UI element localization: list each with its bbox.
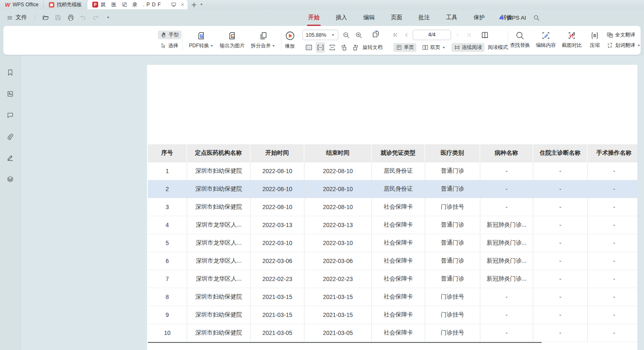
single-page-label: 单页: [404, 44, 414, 51]
hand-tool-button[interactable]: 手型: [158, 31, 181, 39]
table-row: 9深圳市妇幼保健院2021-03-152021-03-15社会保障卡门诊挂号--…: [148, 306, 637, 324]
table-cell: 定点医药机构名称: [187, 144, 251, 162]
table-cell: 2022-08-10: [304, 180, 372, 198]
last-page-button[interactable]: [464, 30, 473, 40]
table-cell: -: [480, 288, 533, 306]
tab-document-pdf[interactable]: P 就 医 记 录 .PDF: [87, 0, 188, 9]
edit-content-button[interactable]: 编辑内容: [532, 31, 560, 49]
play-button[interactable]: 播放: [276, 31, 304, 50]
table-cell: -: [533, 252, 588, 270]
table-cell: -: [588, 180, 637, 198]
table-row: 10深圳市妇幼保健院2021-03-052021-03-05社会保障卡门诊挂号-…: [148, 324, 637, 342]
table-cell: 就诊凭证类型: [372, 144, 425, 162]
fit-page-button[interactable]: [327, 42, 337, 53]
play-label: 播放: [285, 43, 295, 50]
print-button[interactable]: [65, 13, 76, 23]
table-cell: 开始时间: [251, 144, 304, 162]
export-image-button[interactable]: 输出为图片: [216, 31, 248, 49]
prev-page-button[interactable]: [402, 30, 411, 40]
table-cell: -: [533, 288, 588, 306]
find-replace-button[interactable]: 查找替换: [506, 31, 534, 49]
rotate-right-button[interactable]: [351, 42, 360, 53]
double-page-button[interactable]: 双页 ▼: [420, 43, 448, 52]
quick-access-chevron-icon[interactable]: ▼: [103, 13, 114, 23]
table-cell: 社会保障卡: [372, 198, 425, 216]
word-translate-button[interactable]: 文A 划词翻译 ▼: [606, 42, 641, 49]
attachment-icon[interactable]: [5, 130, 16, 142]
zoom-level-combo[interactable]: 105.88% ▼: [302, 30, 338, 40]
monitor-icon[interactable]: [171, 2, 177, 8]
save-button[interactable]: [53, 13, 63, 23]
table-cell: -: [588, 288, 637, 306]
menu-tab-protect[interactable]: 保护: [472, 13, 486, 22]
comment-icon[interactable]: [5, 109, 16, 121]
signature-icon[interactable]: [5, 152, 16, 164]
menu-tab-edit[interactable]: 编辑: [362, 13, 376, 22]
table-header-row: 序号定点医药机构名称开始时间结束时间就诊凭证类型医疗类别病种名称住院主诊断名称手…: [148, 144, 637, 162]
table-cell: 2022-03-10: [251, 234, 304, 252]
page-number-input[interactable]: 4/4: [413, 30, 451, 40]
close-tab-icon[interactable]: [180, 2, 185, 7]
read-mode-label[interactable]: 阅读模式: [488, 44, 508, 51]
divider: [35, 14, 35, 21]
actual-size-button[interactable]: 1:1: [304, 42, 313, 53]
menu-tab-annotate[interactable]: 批注: [417, 13, 431, 22]
wps-ai-icon: [498, 14, 505, 21]
table-cell: 深圳市妇幼保健院: [187, 198, 251, 216]
continuous-read-button[interactable]: 连续阅读: [451, 43, 484, 52]
document-workspace[interactable]: 序号定点医药机构名称开始时间结束时间就诊凭证类型医疗类别病种名称住院主诊断名称手…: [21, 56, 644, 350]
rotate-doc-label[interactable]: 旋转文档: [363, 44, 383, 51]
table-cell: 新冠肺炎门诊...: [480, 270, 533, 288]
table-cell: 6: [148, 252, 187, 270]
continuous-read-icon: [454, 44, 460, 51]
table-body: 1深圳市妇幼保健院2022-08-102022-08-10居民身份证普通门诊--…: [148, 162, 637, 342]
pdf-convert-button[interactable]: PDF转换▼: [185, 31, 217, 49]
find-replace-icon: [515, 31, 525, 40]
menu-tab-tools[interactable]: 工具: [445, 13, 459, 22]
tab-list-chevron-icon[interactable]: ▼: [200, 3, 203, 6]
edit-content-icon: [541, 31, 550, 40]
table-cell: 2022-08-10: [251, 198, 304, 216]
split-merge-icon: [259, 31, 268, 41]
open-file-button[interactable]: [40, 13, 51, 23]
next-page-button[interactable]: [453, 30, 462, 40]
table-cell: 深圳市妇幼保健院: [187, 162, 251, 180]
table-cell: 深圳市龙华区人...: [187, 234, 251, 252]
pdf-page[interactable]: 序号定点医药机构名称开始时间结束时间就诊凭证类型医疗类别病种名称住院主诊断名称手…: [147, 65, 637, 350]
compress-button[interactable]: 压缩: [583, 31, 606, 49]
menu-tab-insert[interactable]: 插入: [335, 13, 348, 22]
table-cell: 新冠肺炎门诊...: [480, 234, 533, 252]
zoom-out-button[interactable]: [342, 30, 351, 40]
rotate-pages-icon[interactable]: [371, 29, 380, 39]
redo-button[interactable]: [90, 13, 101, 23]
search-icon[interactable]: [533, 14, 540, 21]
file-menu-button[interactable]: 文件: [4, 12, 30, 23]
fit-width-button[interactable]: [316, 42, 325, 53]
thumbnail-icon[interactable]: [5, 88, 16, 100]
tab-docer-templates[interactable]: 找稻壳模板: [44, 0, 87, 9]
menu-tab-home[interactable]: 开始: [307, 13, 321, 22]
table-cell: -: [533, 162, 588, 180]
table-row: 2深圳市妇幼保健院2022-08-102022-08-10居民身份证普通门诊--…: [148, 180, 637, 198]
select-tool-button[interactable]: 选择: [158, 41, 181, 50]
screenshot-compare-button[interactable]: 截图对比: [558, 31, 586, 49]
new-tab-icon[interactable]: [191, 2, 197, 8]
first-page-button[interactable]: [391, 30, 400, 40]
table-cell: 2: [148, 180, 187, 198]
read-mode-icon[interactable]: [480, 30, 489, 40]
table-cell: 门诊挂号: [425, 306, 480, 324]
zoom-in-button[interactable]: [354, 30, 363, 40]
split-merge-button[interactable]: 拆分合并▼: [247, 31, 279, 49]
rotate-left-button[interactable]: [339, 42, 348, 53]
layers-icon[interactable]: [5, 173, 16, 185]
bookmark-icon[interactable]: [5, 66, 16, 78]
table-cell: 门诊挂号: [425, 288, 480, 306]
tab-wps-office[interactable]: W WPS Office: [0, 0, 44, 9]
menu-tab-page[interactable]: 页面: [390, 13, 403, 22]
single-page-button[interactable]: 单页: [393, 43, 416, 52]
undo-button[interactable]: [78, 13, 89, 23]
full-translate-button[interactable]: A 全文翻译: [606, 31, 635, 38]
table-cell: -: [533, 198, 588, 216]
wps-ai-button[interactable]: WPS AI: [498, 14, 526, 21]
pdf-file-icon: P: [92, 2, 98, 8]
